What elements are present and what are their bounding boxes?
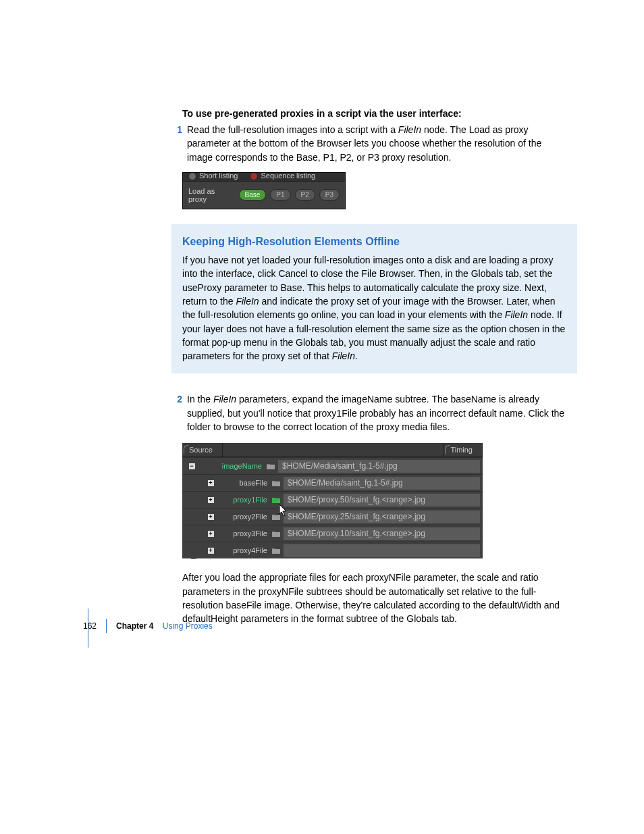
row-imagename: − imageName $HOME/Media/saint_fg.1-5#.jp… [182,457,483,474]
step-2: 2 In the FileIn parameters, expand the i… [182,392,566,434]
proxy-base-button[interactable]: Base [239,189,267,201]
tab-source[interactable]: Source [182,443,223,457]
folder-icon[interactable] [270,530,282,538]
tabs: Source Timing [182,443,483,457]
param-label: proxy1File [220,496,270,504]
chapter-number: Chapter 4 [116,621,153,631]
row-basefile: + baseFile $HOME/Media/saint_fg.1-5#.jpg [182,474,483,491]
param-value[interactable]: $HOME/Media/saint_fg.1-5#.jpg [284,477,480,490]
param-value[interactable]: $HOME/proxy.25/saint_fg.<range>.jpg [284,511,480,523]
folder-icon[interactable] [270,547,282,554]
paragraph: After you load the appropriate files for… [182,571,566,625]
folder-icon[interactable] [270,513,282,521]
param-value[interactable]: $HOME/Media/saint_fg.1-5#.jpg [278,460,480,473]
proxy-p1-button[interactable]: P1 [270,189,290,201]
page-footer: 162 Chapter 4 Using Proxies [83,619,213,633]
callout-box: Keeping High-Resolution Elements Offline… [171,224,577,374]
load-as-proxy-label: Load as proxy [188,187,232,203]
callout-title: Keeping High-Resolution Elements Offline [182,234,566,249]
expand-icon[interactable]: + [208,548,214,554]
toolbar-top: Short listing Sequence listing [183,173,345,182]
page-number: 162 [83,619,107,633]
section-heading: To use pre-generated proxies in a script… [182,108,566,119]
param-label: proxy3File [220,529,270,538]
proxy-p3-button[interactable]: P3 [319,189,340,201]
expand-icon[interactable]: + [208,531,214,537]
screenshot-load-as-proxy: Short listing Sequence listing Load as p… [182,172,346,209]
step-body: Read the full-resolution images into a s… [187,123,566,164]
param-label: proxy4File [220,546,270,554]
load-as-proxy-row: Load as proxy Base P1 P2 P3 [183,182,345,209]
filein-term: FileIn [505,309,528,320]
param-value[interactable]: $HOME/proxy.50/saint_fg.<range>.jpg [284,494,480,506]
step-body: In the FileIn parameters, expand the ima… [187,392,566,434]
footer-rule [88,608,88,648]
text: In the [187,394,213,405]
param-label: imageName [215,462,265,470]
expand-icon[interactable]: + [208,514,214,520]
filein-term: FileIn [236,296,259,307]
short-listing-label: Short listing [199,173,238,180]
param-label: proxy2File [220,513,270,521]
row-proxy1file: + proxy1File $HOME/proxy.50/saint_fg.<ra… [182,491,483,508]
tab-timing[interactable]: Timing [443,443,483,457]
text: parameters, expand the imageName subtree… [187,394,564,432]
param-label: baseFile [220,479,270,487]
text: Read the full-resolution images into a s… [187,124,398,135]
chapter-title: Using Proxies [163,621,213,631]
expand-icon[interactable]: + [208,497,214,503]
expand-icon[interactable]: + [208,480,214,486]
collapse-icon[interactable]: − [189,463,195,469]
filein-term: FileIn [213,394,236,405]
chapter-label: Chapter 4 Using Proxies [107,621,213,631]
row-proxy3file: + proxy3File $HOME/proxy.10/saint_fg.<ra… [182,525,483,542]
proxy-p2-button[interactable]: P2 [295,189,315,201]
folder-icon[interactable] [270,496,282,504]
row-proxy2file: + proxy2File $HOME/proxy.25/saint_fg.<ra… [182,508,483,525]
folder-icon[interactable] [265,463,277,470]
step-number: 2 [170,392,187,434]
step-number: 1 [170,123,187,164]
param-value[interactable]: $HOME/proxy.10/saint_fg.<range>.jpg [284,527,480,540]
filein-term: FileIn [398,124,421,135]
text: . [355,350,358,361]
param-value[interactable] [284,544,480,557]
step-1: 1 Read the full-resolution images into a… [182,123,566,164]
filein-term: FileIn [332,350,355,361]
row-proxy4file: + proxy4File [182,542,483,558]
screenshot-parameter-tree: Source Timing − imageName $HOME/Media/sa… [182,443,483,558]
sequence-listing-label: Sequence listing [261,173,315,180]
folder-icon[interactable] [270,479,282,487]
